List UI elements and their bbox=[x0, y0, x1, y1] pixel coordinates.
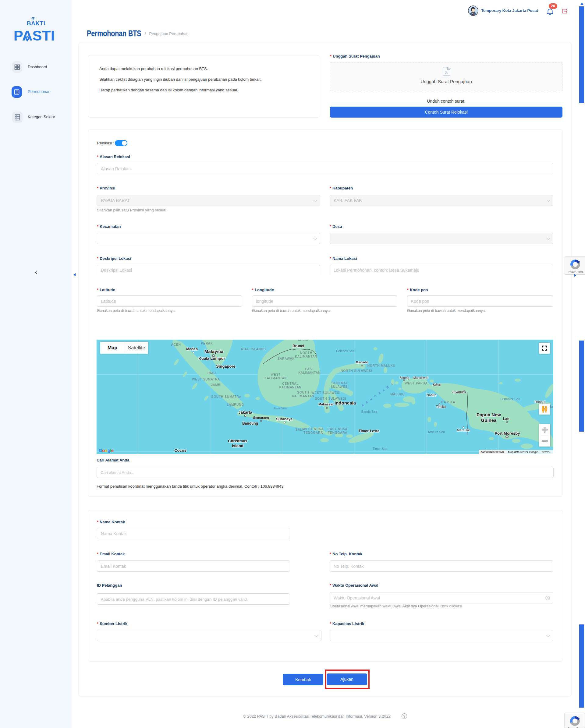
svg-text:CENTRAL: CENTRAL bbox=[331, 381, 348, 385]
svg-text:WEST PAPUA: WEST PAPUA bbox=[405, 382, 428, 385]
svg-text:WEST: WEST bbox=[271, 373, 281, 376]
svg-text:PASTI: PASTI bbox=[14, 27, 55, 44]
svg-text:Arafura Sea: Arafura Sea bbox=[428, 430, 445, 434]
svg-text:SULAWESI: SULAWESI bbox=[331, 385, 349, 388]
svg-text:KALIMANTAN: KALIMANTAN bbox=[279, 386, 301, 389]
svg-text:Rabaul: Rabaul bbox=[535, 400, 545, 404]
svg-text:Lae: Lae bbox=[503, 417, 509, 421]
svg-text:BALI: BALI bbox=[296, 428, 303, 431]
svg-text:Brunei: Brunei bbox=[292, 344, 304, 348]
svg-text:RIAU: RIAU bbox=[207, 371, 216, 375]
svg-text:ACEH: ACEH bbox=[171, 343, 181, 346]
svg-text:Manokwari: Manokwari bbox=[413, 376, 428, 380]
svg-text:JAMBI: JAMBI bbox=[211, 383, 222, 387]
svg-text:NORTH MALUKU: NORTH MALUKU bbox=[367, 364, 396, 367]
svg-text:PERAK: PERAK bbox=[201, 342, 213, 345]
svg-text:B A N D A A R C: B A N D A A R C bbox=[361, 381, 395, 407]
svg-text:KALIMANTAN: KALIMANTAN bbox=[292, 394, 314, 398]
svg-text:SOUTH SULAWESI: SOUTH SULAWESI bbox=[315, 397, 346, 400]
svg-text:BAKTI: BAKTI bbox=[27, 20, 45, 26]
svg-text:Jakarta: Jakarta bbox=[238, 410, 252, 415]
svg-text:Singapore: Singapore bbox=[216, 364, 235, 369]
svg-text:Guinea: Guinea bbox=[481, 418, 497, 423]
svg-text:Makassar: Makassar bbox=[319, 402, 334, 406]
svg-text:Timika: Timika bbox=[436, 405, 446, 409]
svg-text:MALUKU: MALUKU bbox=[390, 393, 405, 396]
svg-text:Semarang: Semarang bbox=[253, 416, 269, 419]
svg-text:Nabire: Nabire bbox=[427, 393, 436, 397]
svg-text:Celebes Sea: Celebes Sea bbox=[336, 349, 354, 353]
svg-text:Serui: Serui bbox=[433, 383, 440, 387]
svg-text:SARAWAK: SARAWAK bbox=[278, 357, 295, 360]
svg-text:WEST SULAWESI: WEST SULAWESI bbox=[311, 391, 341, 394]
svg-text:TENGGARA: TENGGARA bbox=[303, 431, 323, 434]
svg-text:Banda Sea: Banda Sea bbox=[361, 410, 377, 413]
svg-text:SABAH: SABAH bbox=[298, 340, 310, 341]
svg-text:NORTH: NORTH bbox=[300, 351, 312, 355]
svg-text:Surabaya: Surabaya bbox=[276, 417, 292, 421]
svg-text:PAPUA: PAPUA bbox=[441, 400, 456, 404]
svg-text:WEST NUSA: WEST NUSA bbox=[303, 427, 324, 431]
svg-text:Merauke: Merauke bbox=[457, 428, 470, 432]
svg-text:KALIMANTAN: KALIMANTAN bbox=[264, 376, 287, 380]
svg-text:Timor Sea: Timor Sea bbox=[373, 447, 387, 450]
svg-text:KALIMANTAN: KALIMANTAN bbox=[295, 355, 317, 358]
svg-text:Manado: Manado bbox=[356, 360, 368, 364]
svg-text:CENTRAL: CENTRAL bbox=[282, 382, 299, 385]
svg-text:Timor-Leste: Timor-Leste bbox=[359, 429, 380, 433]
svg-text:NORTH SULAWESI: NORTH SULAWESI bbox=[341, 369, 372, 372]
svg-text:Bismarck Sea: Bismarck Sea bbox=[501, 397, 520, 401]
svg-text:RIAU ISLANDS: RIAU ISLANDS bbox=[241, 347, 266, 351]
svg-text:EAST NUSA: EAST NUSA bbox=[328, 427, 348, 431]
svg-text:Bandung: Bandung bbox=[242, 421, 258, 425]
svg-text:Medan: Medan bbox=[186, 347, 198, 351]
svg-text:TENGGARA: TENGGARA bbox=[328, 431, 347, 434]
svg-text:Kuala Lumpur: Kuala Lumpur bbox=[198, 356, 225, 361]
svg-text:SOUTH: SOUTH bbox=[297, 391, 309, 394]
svg-text:Malaysia: Malaysia bbox=[204, 349, 224, 354]
svg-text:WEST SUMATRA: WEST SUMATRA bbox=[192, 378, 220, 381]
svg-text:Cocos: Cocos bbox=[174, 448, 186, 453]
svg-text:EAST: EAST bbox=[305, 367, 314, 371]
svg-text:Sorong: Sorong bbox=[400, 376, 409, 380]
svg-text:Port Moresby: Port Moresby bbox=[494, 431, 520, 436]
svg-text:Indonesia: Indonesia bbox=[334, 400, 356, 406]
svg-text:Papua New: Papua New bbox=[477, 412, 501, 417]
svg-text:SOUTH SUMATRA: SOUTH SUMATRA bbox=[211, 395, 241, 398]
svg-text:Java Sea: Java Sea bbox=[273, 406, 287, 410]
svg-text:Christmas: Christmas bbox=[228, 439, 247, 443]
svg-text:LAMPUNG: LAMPUNG bbox=[227, 403, 244, 406]
svg-text:Island: Island bbox=[232, 443, 244, 448]
svg-text:KALIMANTAN: KALIMANTAN bbox=[298, 371, 321, 374]
